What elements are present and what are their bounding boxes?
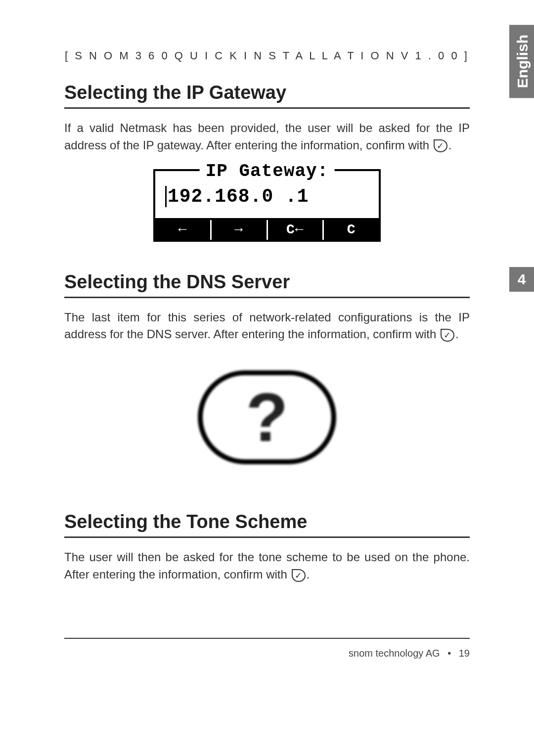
confirm-check-icon (292, 569, 306, 582)
softkey-clear-icon[interactable]: C (324, 220, 379, 240)
body-text: If a valid Netmask has been provided, th… (64, 121, 470, 152)
lcd-frame: IP Gateway: 192.168.0 .1 (153, 169, 381, 218)
question-mark-figure: ? (188, 358, 346, 477)
section-title-tone-scheme: Selecting the Tone Scheme (64, 511, 470, 533)
section-body-ip-gateway: If a valid Netmask has been provided, th… (64, 120, 470, 154)
footer-divider (64, 638, 470, 639)
side-tab-chapter: 4 (509, 267, 534, 292)
footer-page-number: 19 (459, 648, 470, 659)
confirm-check-icon (434, 139, 447, 152)
section-body-tone-scheme: The user will then be asked for the tone… (64, 549, 470, 583)
confirm-check-icon (441, 329, 454, 342)
lcd-input-value: 192.168.0 .1 (165, 177, 369, 207)
section-divider (64, 107, 470, 109)
page-footer: snom technology AG • 19 (64, 648, 470, 659)
section-title-ip-gateway: Selecting the IP Gateway (64, 82, 470, 103)
body-text-tail: . (455, 327, 459, 341)
body-text: The user will then be asked for the tone… (64, 550, 470, 581)
lcd-value-text: 192.168.0 .1 (168, 186, 309, 207)
softkey-right-arrow-icon[interactable]: → (212, 220, 268, 240)
question-mark-icon: ? (246, 377, 288, 457)
body-text-tail: . (307, 568, 310, 581)
softkey-clear-back-icon[interactable]: C← (268, 220, 324, 240)
body-text-tail: . (448, 138, 452, 152)
lcd-screen: IP Gateway: 192.168.0 .1 ← → C← C (153, 169, 381, 242)
footer-bullet: • (447, 648, 451, 659)
side-tab-language: English (509, 25, 534, 98)
page-header: [ S N O M 3 6 0 Q U I C K I N S T A L L … (64, 30, 470, 62)
body-text: The last item for this series of network… (64, 311, 470, 341)
section-divider (64, 536, 470, 538)
softkey-left-arrow-icon[interactable]: ← (155, 220, 212, 240)
lcd-legend-label: IP Gateway: (200, 161, 335, 181)
section-body-dns-server: The last item for this series of network… (64, 309, 470, 344)
footer-company: snom technology AG (349, 648, 440, 659)
section-title-dns-server: Selecting the DNS Server (64, 271, 470, 293)
lcd-softkey-row: ← → C← C (153, 218, 381, 242)
section-divider (64, 297, 470, 298)
question-mark-border: ? (198, 370, 336, 464)
